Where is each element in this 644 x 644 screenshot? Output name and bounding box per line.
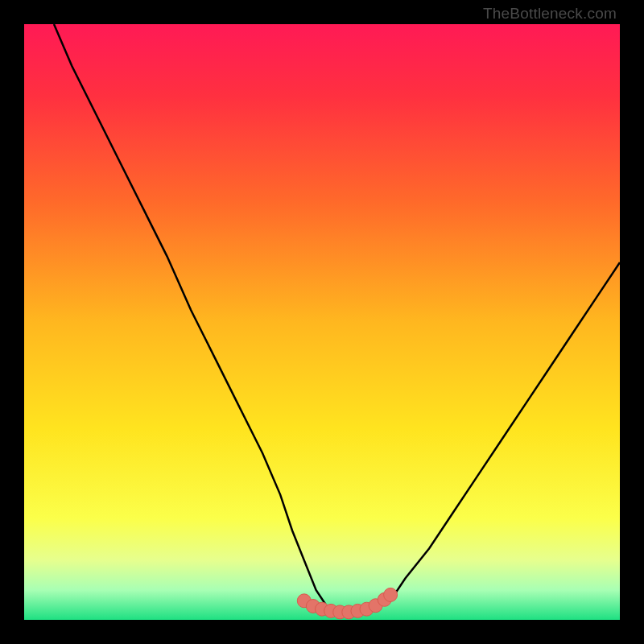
watermark: TheBottleneck.com xyxy=(483,5,617,23)
optimal-range-markers xyxy=(297,588,397,618)
curve-layer xyxy=(24,24,620,620)
plot-area xyxy=(24,24,620,620)
marker-dot xyxy=(384,588,398,601)
bottleneck-curve xyxy=(54,24,620,614)
